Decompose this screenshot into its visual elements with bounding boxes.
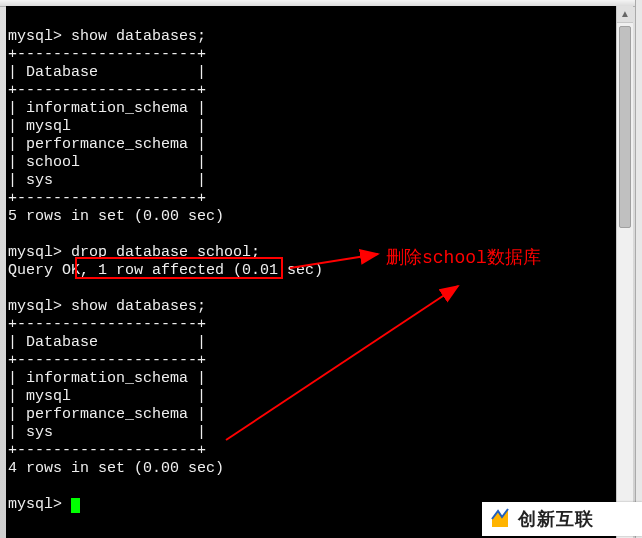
table-row: | information_schema | — [8, 370, 206, 387]
scrollbar-vertical[interactable]: ▲ — [616, 6, 633, 538]
cursor-block — [71, 498, 80, 513]
cmd-show-databases-1: show databases; — [71, 28, 206, 45]
table-row: | sys | — [8, 172, 206, 189]
scroll-up-button[interactable]: ▲ — [617, 6, 633, 23]
table-header: | Database | — [8, 334, 206, 351]
prompt: mysql> — [8, 244, 62, 261]
prompt: mysql> — [8, 298, 62, 315]
highlight-box-drop-cmd — [75, 257, 283, 279]
table-row: | performance_schema | — [8, 136, 206, 153]
table-row: | mysql | — [8, 388, 206, 405]
result-row-count: 5 rows in set (0.00 sec) — [8, 208, 224, 225]
table-sep: +--------------------+ — [8, 442, 206, 459]
table-sep: +--------------------+ — [8, 352, 206, 369]
table-row: | sys | — [8, 424, 206, 441]
table-sep: +--------------------+ — [8, 190, 206, 207]
prompt: mysql> — [8, 496, 62, 513]
table-sep: +--------------------+ — [8, 46, 206, 63]
table-header: | Database | — [8, 64, 206, 81]
table-row: | information_schema | — [8, 100, 206, 117]
scrollbar-thumb[interactable] — [619, 26, 631, 228]
table-sep: +--------------------+ — [8, 316, 206, 333]
table-row: | mysql | — [8, 118, 206, 135]
cmd-show-databases-2: show databases; — [71, 298, 206, 315]
table-row: | school | — [8, 154, 206, 171]
watermark-logo-icon — [488, 507, 512, 531]
annotation-label: 删除school数据库 — [386, 245, 541, 269]
table-row: | performance_schema | — [8, 406, 206, 423]
watermark-badge: 创新互联 — [482, 502, 642, 536]
prompt: mysql> — [8, 28, 62, 45]
table-sep: +--------------------+ — [8, 82, 206, 99]
watermark-text: 创新互联 — [518, 507, 594, 531]
result-row-count: 4 rows in set (0.00 sec) — [8, 460, 224, 477]
